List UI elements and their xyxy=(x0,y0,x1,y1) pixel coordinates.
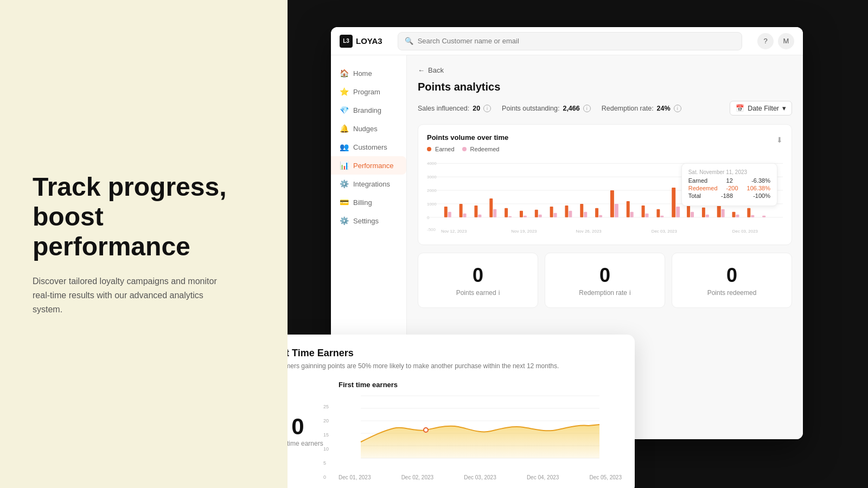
points-outstanding-value: 2,466 xyxy=(563,105,579,112)
user-avatar[interactable]: M xyxy=(778,33,794,49)
tooltip-redeemed-label: Redeemed xyxy=(688,185,718,191)
chart-legend: Earned Redeemed xyxy=(427,146,783,152)
description: Discover tailored loyalty campaigns and … xyxy=(33,274,228,316)
metrics-row: 0 Points earned i 0 Redemption rate i xyxy=(418,253,792,308)
metric-value-1: 0 xyxy=(554,264,656,287)
headline-line1: Track progress, xyxy=(33,172,227,201)
headline-line2: boost performance xyxy=(33,202,190,261)
tooltip-total-row: Total -188 -100% xyxy=(688,192,770,199)
overlay-subtitle: Customers gainning points are 50% more l… xyxy=(288,362,622,370)
svg-rect-36 xyxy=(630,212,634,217)
sidebar-item-home[interactable]: 🏠 Home xyxy=(331,64,406,82)
x-label-2: Dec 02, 2023 xyxy=(401,474,434,480)
svg-text:Nov 19, 2023: Nov 19, 2023 xyxy=(511,229,537,234)
overlay-card: First Time Earners Customers gainning po… xyxy=(288,335,635,488)
svg-rect-52 xyxy=(751,215,754,217)
page-title: Points analytics xyxy=(418,81,792,93)
svg-rect-12 xyxy=(448,212,451,217)
chevron-down-icon: ▾ xyxy=(782,104,786,112)
metric-label-2: Points redeemed xyxy=(681,289,783,297)
tooltip-earned-row: Earned 12 -6.38% xyxy=(688,177,770,184)
headline: Track progress, boost performance xyxy=(33,172,255,262)
settings-icon: ⚙️ xyxy=(340,216,349,225)
sidebar-item-label: Billing xyxy=(353,198,372,207)
sidebar-item-customers[interactable]: 👥 Customers xyxy=(331,138,406,156)
redemption-rate-value: 24% xyxy=(657,105,671,112)
svg-rect-49 xyxy=(732,212,736,217)
back-link[interactable]: ← Back xyxy=(418,66,792,74)
sidebar-item-billing[interactable]: 💳 Billing xyxy=(331,193,406,211)
overlay-body: 0 First time earners First time earners … xyxy=(288,381,622,480)
tooltip-total-label: Total xyxy=(688,192,701,199)
metric-info-icon-0: i xyxy=(499,289,500,297)
svg-rect-33 xyxy=(610,190,614,217)
sales-influenced-value: 20 xyxy=(473,105,480,112)
sidebar-item-branding[interactable]: 💎 Branding xyxy=(331,101,406,119)
left-panel: Track progress, boost performance Discov… xyxy=(0,0,288,488)
sidebar-item-integrations[interactable]: ⚙️ Integrations xyxy=(331,175,406,193)
svg-rect-46 xyxy=(706,215,709,217)
sidebar-item-performance[interactable]: 📊 Performance xyxy=(331,156,406,175)
date-filter[interactable]: 📅 Date Filter ▾ xyxy=(730,101,792,115)
performance-icon: 📊 xyxy=(340,161,349,170)
chart-card: Points volume over time ⬇ Earned Redeeme… xyxy=(418,124,792,245)
svg-rect-34 xyxy=(615,204,618,217)
tooltip-redeemed-row: Redeemed -200 106.38% xyxy=(688,185,770,191)
svg-rect-16 xyxy=(478,215,481,217)
redemption-rate-label: Redemption rate: xyxy=(602,105,654,112)
x-label-5: Dec 05, 2023 xyxy=(590,474,622,480)
svg-rect-28 xyxy=(569,211,572,217)
sidebar-item-program[interactable]: ⭐ Program xyxy=(331,82,406,101)
overlay-chart-title: First time earners xyxy=(339,381,622,389)
tooltip-earned-pct: -6.38% xyxy=(751,177,770,184)
tooltip-redeemed-value: -200 xyxy=(726,185,738,191)
svg-rect-15 xyxy=(474,206,477,217)
home-icon: 🏠 xyxy=(340,69,349,78)
svg-rect-18 xyxy=(493,209,496,217)
svg-rect-39 xyxy=(656,209,660,217)
overlay-chart: First time earners 25 20 15 10 5 0 xyxy=(339,381,622,480)
svg-text:2000: 2000 xyxy=(427,188,437,193)
sales-influenced-label: Sales influenced: xyxy=(418,105,469,112)
tooltip-redeemed-pct: 106.38% xyxy=(747,185,770,191)
sidebar-item-label: Customers xyxy=(353,143,387,151)
help-button[interactable]: ? xyxy=(757,33,774,49)
back-label: Back xyxy=(428,66,444,74)
logo-text: LOYA3 xyxy=(356,36,382,46)
metric-value-0: 0 xyxy=(427,264,529,287)
svg-rect-50 xyxy=(736,215,739,217)
sidebar-item-label: Nudges xyxy=(353,125,378,133)
stat-points-outstanding: Points outstanding: 2,466 i xyxy=(502,105,591,112)
svg-rect-30 xyxy=(584,212,587,217)
sidebar-item-label: Integrations xyxy=(353,180,390,188)
legend-redeemed: Redeemed xyxy=(462,146,500,152)
metric-points-earned: 0 Points earned i xyxy=(418,253,538,308)
search-input[interactable] xyxy=(418,37,735,45)
info-icon: i xyxy=(483,105,491,112)
metric-info-icon-1: i xyxy=(629,289,631,297)
svg-rect-14 xyxy=(463,214,467,217)
sidebar-item-nudges[interactable]: 🔔 Nudges xyxy=(331,119,406,138)
svg-rect-22 xyxy=(524,216,527,217)
svg-text:-500: -500 xyxy=(427,227,436,232)
earned-dot xyxy=(427,147,431,151)
sidebar-item-settings[interactable]: ⚙️ Settings xyxy=(331,211,406,230)
svg-rect-29 xyxy=(580,204,583,217)
x-axis-labels: Dec 01, 2023 Dec 02, 2023 Dec 03, 2023 D… xyxy=(339,474,622,480)
info-icon-2: i xyxy=(583,105,591,112)
svg-text:Nov 12, 2023: Nov 12, 2023 xyxy=(441,229,467,234)
svg-rect-31 xyxy=(595,208,598,217)
overlay-title: First Time Earners xyxy=(288,348,622,359)
overlay-stat-value: 0 xyxy=(291,414,304,440)
branding-icon: 💎 xyxy=(340,106,349,114)
svg-rect-32 xyxy=(599,215,602,217)
program-icon: ⭐ xyxy=(340,87,349,96)
svg-rect-38 xyxy=(646,214,649,217)
legend-earned: Earned xyxy=(427,146,455,152)
metric-redemption-rate: 0 Redemption rate i xyxy=(545,253,665,308)
metric-label-1: Redemption rate i xyxy=(554,289,656,297)
search-bar[interactable]: 🔍 xyxy=(398,32,742,50)
svg-rect-40 xyxy=(660,216,663,217)
download-icon[interactable]: ⬇ xyxy=(776,136,783,144)
stat-redemption-rate: Redemption rate: 24% i xyxy=(602,105,681,112)
